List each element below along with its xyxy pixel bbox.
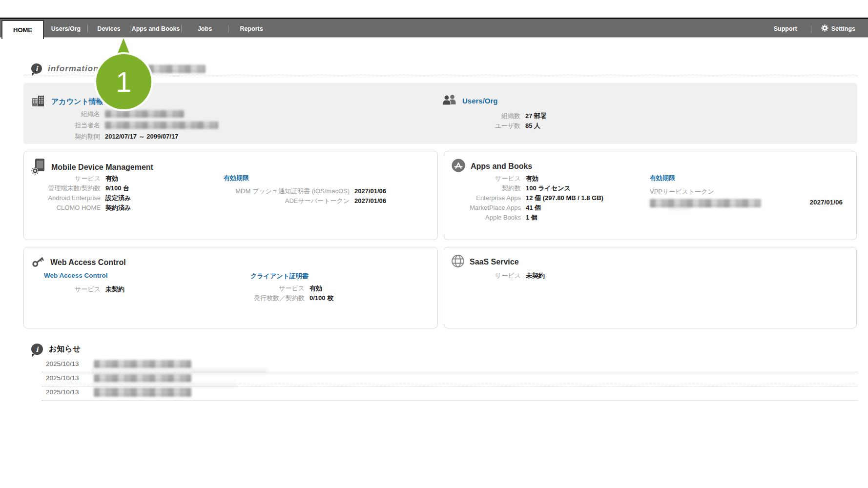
- redacted-vpp-token: [650, 199, 761, 207]
- notice-list-item[interactable]: 2025/10/13: [42, 372, 857, 386]
- mdm-card-header: Mobile Device Management: [31, 158, 153, 177]
- user-count-label: ユーザ数: [444, 122, 520, 129]
- notice-date: 2025/10/13: [46, 374, 79, 382]
- mdm-ade-token-date: 2027/01/06: [354, 197, 386, 204]
- tab-apps-and-books[interactable]: Apps and Books: [130, 25, 181, 32]
- saas-card-title: SaaS Service: [470, 258, 519, 266]
- tab-jobs[interactable]: Jobs: [182, 25, 228, 32]
- contact-name-value: [105, 122, 218, 130]
- apps-service-label: サービス: [444, 175, 521, 182]
- vpp-token-label: VPPサービストークン: [650, 187, 761, 196]
- mdm-fields: サービス 有効 管理端末数/契約数 9/100 台 Android Enterp…: [24, 175, 131, 211]
- mdm-push-cert-date: 2027/01/06: [354, 187, 386, 195]
- tab-users-org[interactable]: Users/Org: [44, 25, 87, 32]
- client-cert-link[interactable]: クライアント証明書: [250, 272, 309, 281]
- apps-enterprise-label: Enterprise Apps: [444, 194, 521, 202]
- gear-icon: [821, 24, 828, 33]
- saas-service-label: サービス: [444, 272, 521, 279]
- user-count-value: 85 人: [525, 122, 547, 129]
- apps-enterprise-value: 12 個 (297.80 MB / 1.8 GB): [526, 194, 603, 202]
- cert-service-label: サービス: [229, 285, 305, 292]
- mdm-expiry-fields: MDM プッシュ通知証明書 (iOS/macOS) 2027/01/06 ADE…: [224, 187, 386, 204]
- info-bubble-icon: i: [31, 63, 42, 74]
- contract-period-value: 2012/07/17 ～ 2099/07/17: [105, 133, 218, 140]
- apps-expiry-link[interactable]: 有効期限: [650, 174, 761, 183]
- notice-date: 2025/10/13: [46, 388, 79, 396]
- key-icon: [31, 254, 45, 271]
- apps-books-count-label: Apple Books: [444, 214, 521, 221]
- cert-issued-value: 0/100 枚: [310, 294, 333, 302]
- info-bubble-icon: i: [31, 344, 43, 355]
- users-org-header: Users/Org: [441, 94, 498, 107]
- mdm-card-title: Mobile Device Management: [51, 163, 153, 172]
- notice-list-item[interactable]: 2025/10/13: [42, 386, 857, 401]
- notice-list-item[interactable]: 2025/10/13: [42, 358, 857, 372]
- nav-right-group: Support Settings: [760, 20, 855, 38]
- buildings-icon: [31, 94, 46, 109]
- apps-expiry-group: 有効期限 VPPサービストークン: [650, 174, 761, 209]
- mdm-android-label: Android Enterprise: [24, 194, 101, 202]
- step-marker-pointer: [117, 38, 130, 56]
- apps-service-value: 有効: [526, 175, 603, 182]
- wac-service-value: 未契約: [105, 285, 124, 293]
- apps-books-count-value: 1 個: [526, 214, 603, 221]
- apps-licenses-label: 契約数: [444, 184, 521, 192]
- nav-tabs: Users/Org Devices Apps and Books Jobs Re…: [44, 20, 274, 38]
- mdm-expiry-link[interactable]: 有効期限: [224, 174, 386, 183]
- apps-books-fields: サービス 有効 契約数 100 ライセンス Enterprise Apps 12…: [444, 175, 603, 221]
- tab-home[interactable]: HOME: [1, 20, 44, 39]
- support-link[interactable]: Support: [760, 25, 811, 32]
- mdm-expiry-group: 有効期限 MDM プッシュ通知証明書 (iOS/macOS) 2027/01/0…: [224, 174, 386, 204]
- wac-card-title: Web Access Control: [50, 258, 126, 267]
- org-name-label: 組織名: [23, 110, 100, 119]
- notice-date: 2025/10/13: [46, 360, 79, 367]
- redaction-halo: [668, 206, 691, 210]
- apps-books-card: Apps and Books サービス 有効 契約数 100 ライセンス Ent…: [444, 151, 857, 240]
- saas-fields: サービス 未契約: [444, 272, 545, 279]
- org-count-value: 27 部署: [525, 112, 547, 120]
- cert-service-value: 有効: [310, 285, 333, 292]
- org-name-value: [105, 110, 218, 119]
- redacted-org-name: [105, 110, 184, 118]
- apps-books-card-title: Apps and Books: [471, 162, 532, 171]
- vpp-expiry-date: 2027/01/06: [809, 199, 843, 206]
- notices-list: 2025/10/13 2025/10/13 2025/10/13: [42, 358, 857, 401]
- contract-period-label: 契約期間: [23, 133, 100, 140]
- mdm-service-value: 有効: [105, 175, 131, 182]
- tab-reports[interactable]: Reports: [228, 25, 274, 32]
- account-info-header: アカウント情報: [31, 94, 103, 109]
- saas-card-header: SaaS Service: [451, 254, 519, 270]
- users-org-title[interactable]: Users/Org: [462, 97, 498, 105]
- tab-devices[interactable]: Devices: [88, 25, 130, 32]
- cert-issued-label: 発行枚数／契約数: [229, 294, 305, 302]
- apps-books-card-header: Apps and Books: [451, 158, 532, 175]
- redacted-info-text: [148, 65, 206, 73]
- mdm-clomo-home-label: CLOMO HOME: [24, 204, 101, 211]
- redacted-notice-text: [94, 374, 191, 382]
- redacted-contact-name: [105, 122, 218, 129]
- mdm-clomo-home-value: 契約済み: [105, 204, 131, 211]
- mdm-service-label: サービス: [24, 175, 101, 182]
- apps-marketplace-value: 41 個: [526, 204, 603, 211]
- org-count-label: 組織数: [444, 112, 520, 120]
- saas-service-card: SaaS Service サービス 未契約: [444, 247, 857, 328]
- users-icon: [441, 94, 457, 107]
- tab-home-label: HOME: [13, 26, 32, 34]
- redacted-notice-text: [94, 388, 191, 397]
- contact-name-label: 担当者名: [23, 122, 100, 130]
- wac-link[interactable]: Web Access Control: [44, 272, 108, 279]
- information-header: i information: [31, 63, 99, 74]
- wac-fields: サービス 未契約: [24, 285, 124, 293]
- wac-card-header: Web Access Control: [31, 254, 126, 271]
- apps-licenses-value: 100 ライセンス: [526, 184, 603, 192]
- notices-title: お知らせ: [49, 344, 81, 354]
- users-org-fields: 組織数 27 部署 ユーザ数 85 人: [444, 112, 547, 129]
- account-info-title[interactable]: アカウント情報: [51, 97, 103, 106]
- settings-link[interactable]: Settings: [811, 24, 855, 33]
- mdm-android-value: 設定済み: [105, 194, 131, 202]
- wac-service-label: サービス: [24, 285, 101, 293]
- mdm-devices-label: 管理端末数/契約数: [24, 184, 101, 192]
- device-gear-icon: [31, 158, 46, 177]
- mdm-card: Mobile Device Management サービス 有効 管理端末数/契…: [23, 151, 438, 240]
- mdm-ade-token-label: ADEサーバートークン: [224, 197, 350, 204]
